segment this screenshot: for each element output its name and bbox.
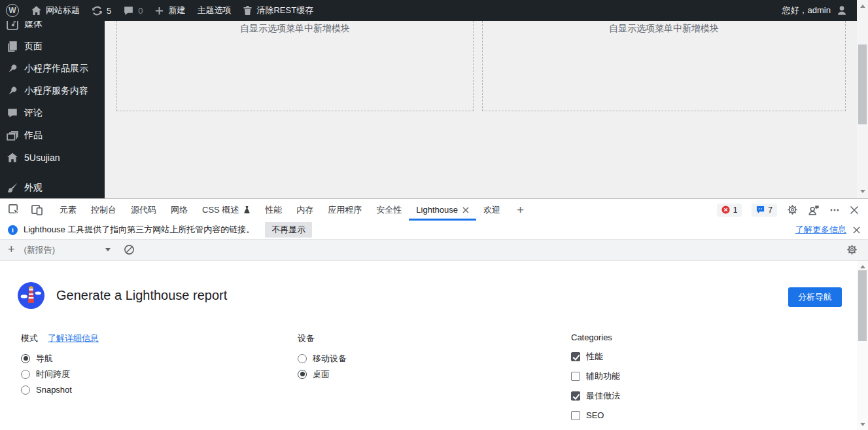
tab-memory[interactable]: 内存: [289, 199, 321, 221]
sidebar-item-5usujian[interactable]: 5Usujian: [0, 147, 105, 169]
radio-icon[interactable]: [21, 370, 30, 379]
message-count: 7: [768, 206, 773, 215]
dashboard-placeholder-box: 自显示选项菜单中新增模块: [116, 21, 474, 111]
tab-label: 内存: [296, 204, 313, 216]
category-best-practices[interactable]: 最佳做法: [571, 391, 620, 401]
category-seo[interactable]: SEO: [571, 410, 620, 420]
lighthouse-title: Generate a Lighthouse report: [56, 288, 227, 303]
sidebar-item-pages[interactable]: 页面: [0, 35, 105, 58]
device-option-desktop[interactable]: 桌面: [298, 369, 347, 379]
sidebar-item-label: 评论: [24, 107, 43, 119]
radio-icon[interactable]: [21, 385, 30, 395]
sidebar-item-label: 5Usujian: [24, 152, 60, 163]
scrollbar-thumb[interactable]: [858, 45, 867, 124]
infobar-text: Lighthouse 工具提供了指向第三方网站上所托管内容的链接。: [24, 224, 254, 236]
sidebar-item-mini-program-services[interactable]: 小程序服务内容: [0, 80, 105, 102]
checkbox-icon[interactable]: [571, 411, 580, 420]
admin-bar-account[interactable]: 您好，admin: [782, 5, 857, 16]
mode-learn-more-link[interactable]: 了解详细信息: [48, 332, 99, 344]
checkbox-icon[interactable]: [571, 391, 580, 401]
updates-indicator[interactable]: 5: [86, 0, 117, 21]
tab-elements[interactable]: 元素: [52, 199, 84, 221]
lighthouse-panel: Generate a Lighthouse report 分析导航 模式 了解详…: [0, 260, 868, 430]
scrollbar-thumb[interactable]: [858, 270, 867, 341]
close-devtools-icon[interactable]: [850, 206, 859, 215]
devtools-settings-icon[interactable]: [787, 204, 798, 215]
tab-label: 控制台: [91, 204, 116, 216]
scroll-down-arrow[interactable]: [857, 187, 868, 196]
radio-icon[interactable]: [298, 354, 307, 363]
tab-sources[interactable]: 源代码: [124, 199, 164, 221]
page-scrollbar[interactable]: [857, 0, 868, 198]
wp-sidebar: 媒体 页面 小程序作品展示 小程序服务内容: [0, 21, 105, 198]
device-section: 设备 移动设备 桌面: [298, 332, 347, 385]
sidebar-item-media[interactable]: 媒体: [0, 21, 105, 35]
sidebar-item-label: 小程序服务内容: [24, 85, 88, 97]
console-errors-badge[interactable]: 1: [717, 204, 742, 217]
close-infobar-icon[interactable]: [853, 226, 860, 234]
report-selector[interactable]: (新报告): [24, 244, 111, 256]
clear-cache-label: 清除REST缓存: [256, 5, 313, 16]
analyze-navigation-button[interactable]: 分析导航: [788, 287, 842, 307]
option-label: 移动设备: [313, 353, 347, 365]
wp-content-area: 自显示选项菜单中新增模块 自显示选项菜单中新增模块: [105, 21, 857, 198]
option-label: 导航: [36, 353, 53, 365]
learn-more-link[interactable]: 了解更多信息: [795, 224, 846, 236]
scroll-up-arrow[interactable]: [857, 1, 868, 10]
comments-indicator[interactable]: 0: [117, 0, 148, 21]
option-label: SEO: [586, 410, 604, 420]
category-accessibility[interactable]: 辅助功能: [571, 371, 620, 381]
close-tab-icon[interactable]: [462, 207, 469, 213]
dont-show-again-button[interactable]: 不再显示: [265, 222, 312, 238]
tab-lighthouse[interactable]: Lighthouse: [409, 199, 476, 221]
tab-css-overview[interactable]: CSS 概述: [195, 199, 258, 221]
comments-count: 0: [138, 6, 143, 16]
new-content-button[interactable]: 新建: [148, 0, 191, 21]
radio-icon[interactable]: [298, 370, 307, 379]
radio-icon[interactable]: [21, 354, 30, 363]
console-messages-badge[interactable]: 7: [752, 204, 777, 217]
inspect-element-icon[interactable]: [8, 204, 20, 216]
tab-console[interactable]: 控制台: [84, 199, 124, 221]
option-label: Snapshot: [36, 385, 72, 395]
site-link[interactable]: 网站标题: [25, 0, 86, 21]
new-label: 新建: [168, 5, 185, 16]
sidebar-item-mini-program-works[interactable]: 小程序作品展示: [0, 58, 105, 80]
clear-reports-icon[interactable]: [124, 244, 135, 255]
sidebar-separator: [0, 169, 105, 177]
scroll-up-arrow[interactable]: [857, 262, 868, 271]
more-tabs-button[interactable]: +: [508, 203, 533, 217]
mode-option-snapshot[interactable]: Snapshot: [21, 385, 99, 395]
checkbox-icon[interactable]: [571, 372, 580, 381]
clear-rest-cache-button[interactable]: 清除REST缓存: [237, 0, 319, 21]
category-performance[interactable]: 性能: [571, 351, 620, 361]
lighthouse-scrollbar[interactable]: [857, 260, 868, 430]
device-toolbar-icon[interactable]: [31, 204, 43, 216]
wp-admin-bar: W 网站标题 5 0 新建: [0, 0, 857, 21]
new-report-button[interactable]: +: [8, 243, 15, 257]
lighthouse-settings-icon[interactable]: [846, 244, 860, 255]
tab-performance[interactable]: 性能: [258, 199, 289, 221]
categories-label: Categories: [571, 332, 612, 342]
wordpress-logo-icon: W: [6, 4, 19, 17]
sidebar-item-appearance[interactable]: 外观: [0, 177, 105, 198]
wordpress-menu[interactable]: W: [0, 0, 25, 21]
sidebar-item-comments[interactable]: 评论: [0, 102, 105, 124]
scroll-down-arrow[interactable]: [857, 420, 868, 429]
issues-icon[interactable]: [808, 204, 820, 215]
admin-bar-left: W 网站标题 5 0 新建: [0, 0, 319, 21]
tab-network[interactable]: 网络: [164, 199, 195, 221]
checkbox-icon[interactable]: [571, 352, 580, 361]
tab-security[interactable]: 安全性: [369, 199, 409, 221]
trash-icon: [243, 5, 252, 16]
tab-label: Lighthouse: [416, 205, 458, 215]
tab-application[interactable]: 应用程序: [321, 199, 369, 221]
device-label: 设备: [298, 332, 315, 344]
mode-option-navigation[interactable]: 导航: [21, 353, 99, 363]
device-option-mobile[interactable]: 移动设备: [298, 353, 347, 363]
tab-welcome[interactable]: 欢迎: [476, 199, 508, 221]
sidebar-item-works[interactable]: 作品: [0, 124, 105, 147]
theme-options-button[interactable]: 主题选项: [191, 0, 237, 21]
more-options-icon[interactable]: [829, 205, 840, 215]
mode-option-timespan[interactable]: 时间跨度: [21, 369, 99, 379]
